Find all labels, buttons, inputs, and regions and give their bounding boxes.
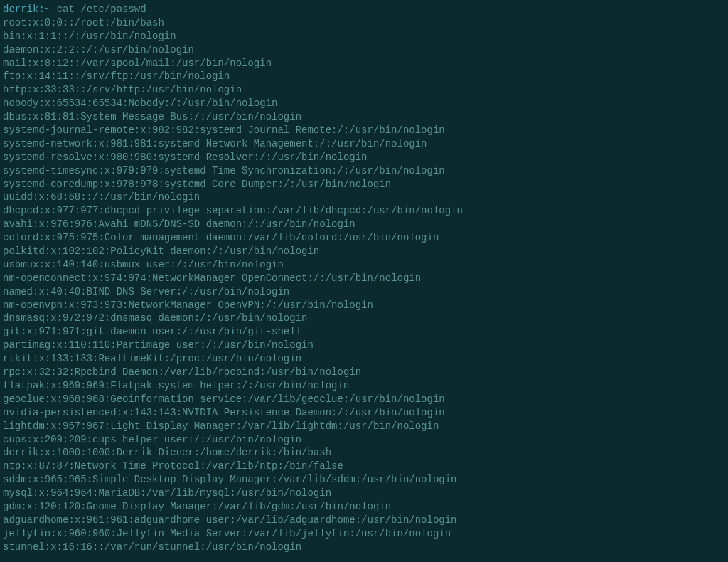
output-line: stunnel:x:16:16::/var/run/stunnel:/usr/b… (3, 541, 725, 554)
output-line: gdm:x:120:120:Gnome Display Manager:/var… (3, 500, 725, 514)
output-line: nm-openconnect:x:974:974:NetworkManager … (3, 272, 725, 285)
output-line: cups:x:209:209:cups helper user:/:/usr/b… (3, 433, 725, 447)
output-line: adguardhome:x:961:961:adguardhome user:/… (3, 514, 725, 527)
output-line: systemd-coredump:x:978:978:systemd Core … (3, 178, 725, 191)
terminal-window[interactable]: derrik:~ cat /etc/passwd root:x:0:0::/ro… (3, 3, 725, 554)
output-line: git:x:971:971:git daemon user:/:/usr/bin… (3, 325, 725, 339)
prompt-path: ~ (45, 4, 50, 15)
output-line: nm-openvpn:x:973:973:NetworkManager Open… (3, 299, 725, 312)
prompt-separator: : (38, 4, 44, 15)
output-line: avahi:x:976:976:Avahi mDNS/DNS-SD daemon… (3, 218, 725, 231)
output-line: geoclue:x:968:968:Geoinformation service… (3, 393, 725, 406)
output-line: mail:x:8:12::/var/spool/mail:/usr/bin/no… (3, 57, 725, 70)
output-line: nobody:x:65534:65534:Nobody:/:/usr/bin/n… (3, 97, 725, 110)
output-line: systemd-resolve:x:980:980:systemd Resolv… (3, 151, 725, 164)
output-line: root:x:0:0::/root:/bin/bash (3, 16, 725, 30)
output-line: derrik:x:1000:1000:Derrik Diener:/home/d… (3, 446, 725, 460)
prompt-user: derrik (3, 4, 38, 15)
output-line: lightdm:x:967:967:Light Display Manager:… (3, 420, 725, 433)
output-line: uuidd:x:68:68::/:/usr/bin/nologin (3, 191, 725, 204)
output-line: mysql:x:964:964:MariaDB:/var/lib/mysql:/… (3, 487, 725, 500)
output-line: ntp:x:87:87:Network Time Protocol:/var/l… (3, 460, 725, 473)
output-line: bin:x:1:1::/:/usr/bin/nologin (3, 30, 725, 43)
output-line: jellyfin:x:960:960:Jellyfin Media Server… (3, 527, 725, 541)
output-line: colord:x:975:975:Color management daemon… (3, 231, 725, 245)
prompt-line: derrik:~ cat /etc/passwd (3, 3, 725, 16)
output-line: systemd-timesync:x:979:979:systemd Time … (3, 164, 725, 178)
output-line: polkitd:x:102:102:PolicyKit daemon:/:/us… (3, 245, 725, 258)
output-line: flatpak:x:969:969:Flatpak system helper:… (3, 379, 725, 393)
output-line: named:x:40:40:BIND DNS Server:/:/usr/bin… (3, 285, 725, 299)
output-line: dnsmasq:x:972:972:dnsmasq daemon:/:/usr/… (3, 312, 725, 325)
terminal-output: root:x:0:0::/root:/bin/bashbin:x:1:1::/:… (3, 16, 725, 554)
output-line: partimag:x:110:110:Partimage user:/:/usr… (3, 339, 725, 352)
output-line: daemon:x:2:2::/:/usr/bin/nologin (3, 43, 725, 57)
output-line: systemd-network:x:981:981:systemd Networ… (3, 137, 725, 151)
output-line: dhcpcd:x:977:977:dhcpcd privilege separa… (3, 204, 725, 218)
output-line: rpc:x:32:32:Rpcbind Daemon:/var/lib/rpcb… (3, 366, 725, 379)
output-line: dbus:x:81:81:System Message Bus:/:/usr/b… (3, 110, 725, 124)
output-line: ftp:x:14:11::/srv/ftp:/usr/bin/nologin (3, 70, 725, 83)
output-line: sddm:x:965:965:Simple Desktop Display Ma… (3, 473, 725, 487)
output-line: usbmux:x:140:140:usbmux user:/:/usr/bin/… (3, 258, 725, 272)
output-line: rtkit:x:133:133:RealtimeKit:/proc:/usr/b… (3, 352, 725, 366)
command-text: cat /etc/passwd (57, 4, 146, 15)
prompt-space (50, 4, 56, 15)
output-line: nvidia-persistenced:x:143:143:NVIDIA Per… (3, 406, 725, 420)
output-line: http:x:33:33::/srv/http:/usr/bin/nologin (3, 83, 725, 97)
output-line: systemd-journal-remote:x:982:982:systemd… (3, 124, 725, 137)
